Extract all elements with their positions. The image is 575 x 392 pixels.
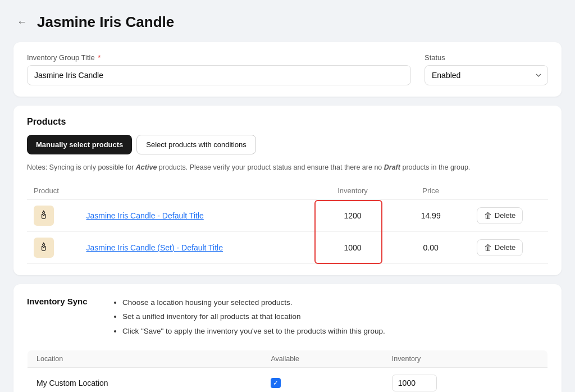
title-label: Inventory Group Title * [27, 53, 411, 62]
sync-bullet-1: Choose a location housing your selected … [122, 295, 385, 310]
status-select[interactable]: Enabled Disabled [425, 65, 548, 85]
back-button[interactable]: ← [13, 15, 30, 29]
inventory-cell: 1000 [313, 231, 391, 263]
inventory-input[interactable] [392, 375, 437, 391]
action-cell: 🗑 Delete [470, 231, 548, 263]
available-checkbox[interactable]: ✓ [271, 378, 281, 388]
trash-icon: 🗑 [484, 211, 492, 220]
price-cell: 14.99 [392, 199, 470, 231]
table-row: 🕯 Jasmine Iris Candle - Default Title 12… [27, 199, 548, 231]
action-cell: 🗑 Delete [470, 199, 548, 231]
product-link[interactable]: Jasmine Iris Candle (Set) - Default Titl… [86, 243, 223, 252]
inventory-cell: 1200 [313, 199, 391, 231]
col-price: Price [392, 182, 470, 200]
product-selection-buttons: Manually select products Select products… [27, 135, 548, 154]
products-table-wrapper: Product Inventory Price 🕯 Jasmine Iris C… [27, 182, 548, 264]
table-row: 🕯 Jasmine Iris Candle (Set) - Default Ti… [27, 231, 548, 263]
col-available: Available [262, 350, 382, 367]
product-link[interactable]: Jasmine Iris Candle - Default Title [86, 211, 203, 220]
product-thumb: 🕯 [34, 206, 54, 226]
col-action [470, 182, 548, 200]
products-table: Product Inventory Price 🕯 Jasmine Iris C… [27, 182, 548, 264]
page-header: ← Jasmine Iris Candle [13, 13, 562, 31]
products-notes: Notes: Syncing is only possible for Acti… [27, 162, 548, 173]
col-location: Location [28, 350, 262, 367]
status-form-group: Status Enabled Disabled [425, 53, 548, 85]
status-label: Status [425, 53, 548, 62]
inventory-sync-title: Inventory Sync [27, 295, 94, 339]
products-section-title: Products [27, 117, 548, 127]
required-indicator: * [96, 53, 101, 62]
col-product: Product [27, 182, 313, 200]
inventory-sync-card: Inventory Sync Choose a location housing… [13, 284, 562, 392]
delete-button[interactable]: 🗑 Delete [477, 207, 523, 224]
select-with-conditions-btn[interactable]: Select products with conditions [136, 135, 255, 154]
page-title: Jasmine Iris Candle [37, 13, 174, 31]
available-cell: ✓ [262, 367, 382, 392]
location-row: My Custom Location ✓ [28, 367, 548, 392]
sync-bullet-2: Set a unified inventory for all products… [122, 309, 385, 324]
col-inventory-sync: Inventory [383, 350, 548, 367]
location-name: My Custom Location [28, 367, 262, 392]
delete-button[interactable]: 🗑 Delete [477, 239, 523, 256]
products-card: Products Manually select products Select… [13, 106, 562, 275]
sync-bullet-3: Click "Save" to apply the inventory you'… [122, 324, 385, 339]
manually-select-btn[interactable]: Manually select products [27, 135, 132, 154]
title-form-group: Inventory Group Title * [27, 53, 411, 85]
price-cell: 0.00 [392, 231, 470, 263]
product-thumb: 🕯 [34, 238, 54, 258]
trash-icon: 🗑 [484, 243, 492, 252]
inventory-cell [383, 367, 548, 392]
location-table: Location Available Inventory My Custom L… [27, 350, 548, 392]
col-inventory: Inventory [313, 182, 391, 200]
form-card: Inventory Group Title * Status Enabled D… [13, 42, 562, 97]
title-input[interactable] [27, 65, 411, 85]
inventory-sync-list: Choose a location housing your selected … [112, 295, 385, 339]
inventory-sync-header: Inventory Sync Choose a location housing… [27, 295, 548, 339]
